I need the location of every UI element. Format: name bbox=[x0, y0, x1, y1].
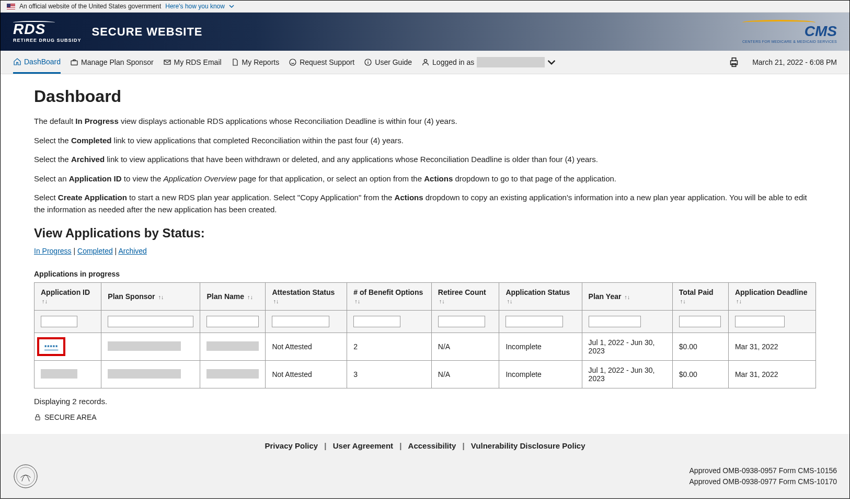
col-app-id[interactable]: Application ID ↑↓ bbox=[35, 283, 101, 311]
col-app-deadline[interactable]: Application Deadline ↑↓ bbox=[728, 283, 815, 311]
svg-rect-0 bbox=[71, 61, 77, 65]
svg-rect-8 bbox=[732, 58, 736, 61]
intro-p5: Select Create Application to start a new… bbox=[34, 192, 816, 215]
link-completed[interactable]: Completed bbox=[77, 247, 113, 255]
highlighted-app-id: ***** bbox=[37, 337, 65, 356]
redacted bbox=[206, 341, 259, 351]
cms-logo: CMS CENTERS FOR MEDICARE & MEDICAID SERV… bbox=[742, 20, 837, 43]
filter-benefit-options[interactable] bbox=[353, 316, 400, 327]
table-row: Not Attested 3 N/A Incomplete Jul 1, 202… bbox=[35, 361, 816, 388]
secure-website-text: SECURE WEBSITE bbox=[92, 25, 203, 39]
gov-banner-text: An official website of the United States… bbox=[19, 3, 161, 10]
gov-banner-link[interactable]: Here's how you know bbox=[165, 3, 225, 10]
redacted bbox=[206, 369, 259, 379]
filter-attestation[interactable] bbox=[272, 316, 329, 327]
timestamp: March 21, 2022 - 6:08 PM bbox=[752, 58, 837, 66]
intro-p3: Select the Archived link to view applica… bbox=[34, 154, 816, 166]
nav-manage-plan-sponsor[interactable]: Manage Plan Sponsor bbox=[70, 52, 154, 73]
footer-bottom: Approved OMB-0938-0957 Form CMS-10156 Ap… bbox=[1, 457, 849, 498]
cell-retiree-count: N/A bbox=[431, 333, 499, 361]
col-app-status[interactable]: Application Status ↑↓ bbox=[499, 283, 582, 311]
footer-accessibility[interactable]: Accessibility bbox=[408, 441, 456, 450]
nav-logged-in[interactable]: Logged in as bbox=[421, 51, 556, 74]
link-archived[interactable]: Archived bbox=[118, 247, 146, 255]
rds-logo: RDS RETIREE DRUG SUBSIDY bbox=[13, 21, 82, 43]
footer-privacy[interactable]: Privacy Policy bbox=[265, 441, 318, 450]
col-total-paid[interactable]: Total Paid ↑↓ bbox=[672, 283, 728, 311]
page-title: Dashboard bbox=[34, 87, 816, 106]
nav-my-reports[interactable]: My Reports bbox=[231, 52, 280, 73]
cell-deadline: Mar 31, 2022 bbox=[728, 333, 815, 361]
col-plan-year[interactable]: Plan Year ↑↓ bbox=[582, 283, 672, 311]
cell-app-status: Incomplete bbox=[499, 361, 582, 388]
col-plan-sponsor[interactable]: Plan Sponsor ↑↓ bbox=[101, 283, 200, 311]
records-count: Displaying 2 records. bbox=[34, 397, 816, 406]
svg-rect-10 bbox=[36, 417, 40, 420]
svg-point-6 bbox=[424, 60, 427, 62]
mail-icon bbox=[163, 58, 171, 66]
intro-p1: The default In Progress view displays ac… bbox=[34, 116, 816, 128]
filter-plan-year[interactable] bbox=[589, 316, 641, 327]
hhs-seal-icon bbox=[13, 464, 38, 489]
filter-retiree-count[interactable] bbox=[438, 316, 485, 327]
col-attestation[interactable]: Attestation Status ↑↓ bbox=[266, 283, 347, 311]
redacted bbox=[108, 341, 181, 351]
cell-plan-year: Jul 1, 2022 - Jun 30, 2023 bbox=[582, 333, 672, 361]
filter-total-paid[interactable] bbox=[679, 316, 721, 327]
col-plan-name[interactable]: Plan Name ↑↓ bbox=[200, 283, 266, 311]
cell-benefit-options: 3 bbox=[347, 361, 432, 388]
svg-point-2 bbox=[290, 59, 296, 65]
col-benefit-options[interactable]: # of Benefit Options ↑↓ bbox=[347, 283, 432, 311]
svg-point-5 bbox=[368, 60, 369, 61]
cell-benefit-options: 2 bbox=[347, 333, 432, 361]
svg-rect-9 bbox=[732, 64, 736, 67]
link-in-progress[interactable]: In Progress bbox=[34, 247, 72, 255]
cell-attestation: Not Attested bbox=[266, 361, 347, 388]
briefcase-icon bbox=[70, 58, 78, 66]
secure-area: SECURE AREA bbox=[34, 413, 816, 421]
document-icon bbox=[231, 58, 239, 66]
lock-icon bbox=[34, 414, 41, 421]
filter-plan-sponsor[interactable] bbox=[108, 316, 193, 327]
filter-app-status[interactable] bbox=[506, 316, 563, 327]
print-icon[interactable] bbox=[728, 56, 740, 68]
filter-plan-name[interactable] bbox=[206, 316, 259, 327]
footer-user-agreement[interactable]: User Agreement bbox=[333, 441, 393, 450]
main-content: Dashboard The default In Progress view d… bbox=[1, 74, 849, 434]
col-retiree-count[interactable]: Retiree Count ↑↓ bbox=[431, 283, 499, 311]
svg-point-11 bbox=[14, 465, 37, 488]
cell-retiree-count: N/A bbox=[431, 361, 499, 388]
cell-plan-year: Jul 1, 2022 - Jun 30, 2023 bbox=[582, 361, 672, 388]
support-icon bbox=[289, 58, 297, 66]
table-row: ***** Not Attested 2 N/A Incomplete Jul … bbox=[35, 333, 816, 361]
chevron-down-icon bbox=[229, 4, 234, 9]
navbar: DashBoard Manage Plan Sponsor My RDS Ema… bbox=[1, 51, 849, 74]
section-title: View Applications by Status: bbox=[34, 226, 816, 240]
redacted bbox=[41, 369, 77, 379]
applications-table: Application ID ↑↓ Plan Sponsor ↑↓ Plan N… bbox=[34, 282, 816, 388]
cell-deadline: Mar 31, 2022 bbox=[728, 361, 815, 388]
nav-dashboard[interactable]: DashBoard bbox=[13, 51, 61, 74]
filter-app-deadline[interactable] bbox=[735, 316, 785, 327]
filter-app-id[interactable] bbox=[41, 316, 77, 327]
cell-attestation: Not Attested bbox=[266, 333, 347, 361]
cell-total-paid: $0.00 bbox=[672, 361, 728, 388]
table-caption: Applications in progress bbox=[34, 270, 816, 278]
flag-icon bbox=[7, 4, 15, 9]
footer-links: Privacy Policy | User Agreement | Access… bbox=[1, 434, 849, 457]
user-name-redacted bbox=[477, 57, 545, 67]
info-icon bbox=[364, 58, 372, 66]
home-icon bbox=[13, 58, 21, 66]
chevron-down-icon bbox=[547, 58, 556, 66]
redacted bbox=[108, 369, 181, 379]
footer-vulnerability[interactable]: Vulnerability Disclosure Policy bbox=[471, 441, 585, 450]
gov-banner: An official website of the United States… bbox=[1, 1, 849, 13]
nav-request-support[interactable]: Request Support bbox=[289, 52, 354, 73]
intro-p4: Select an Application ID to view the App… bbox=[34, 173, 816, 185]
nav-user-guide[interactable]: User Guide bbox=[364, 52, 412, 73]
app-id-link[interactable]: ***** bbox=[44, 344, 58, 350]
nav-my-rds-email[interactable]: My RDS Email bbox=[163, 52, 222, 73]
svg-point-12 bbox=[17, 467, 35, 486]
cell-app-status: Incomplete bbox=[499, 333, 582, 361]
cell-total-paid: $0.00 bbox=[672, 333, 728, 361]
